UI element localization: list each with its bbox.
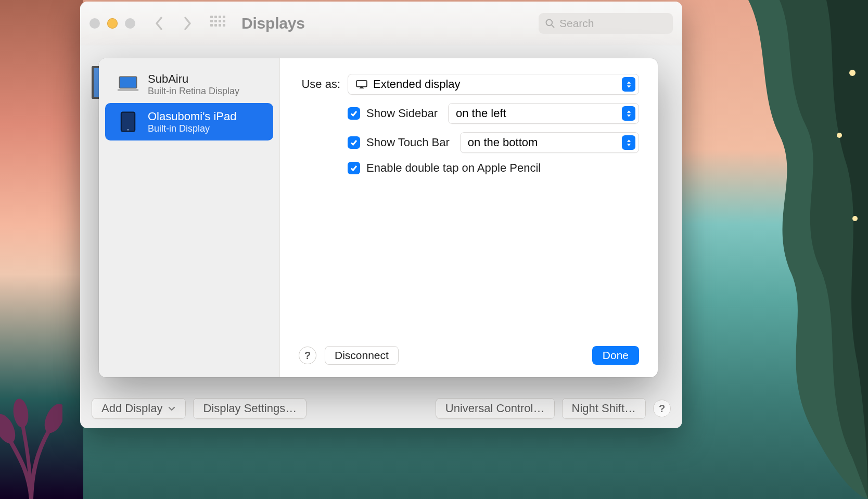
device-item-ipad[interactable]: Olasubomi's iPad Built-in Display [105, 103, 273, 140]
show-touchbar-label: Show Touch Bar [366, 136, 450, 149]
device-name: SubAiru [148, 72, 239, 86]
disconnect-button[interactable]: Disconnect [325, 346, 399, 365]
search-input[interactable] [559, 17, 667, 30]
help-button[interactable]: ? [653, 400, 671, 417]
back-button[interactable] [151, 15, 168, 32]
display-settings-sheet: SubAiru Built-in Retina Display Olasubom… [99, 58, 658, 377]
search-field[interactable] [539, 13, 673, 34]
device-item-mac[interactable]: SubAiru Built-in Retina Display [105, 66, 273, 103]
night-shift-label: Night Shift… [572, 402, 636, 415]
close-button[interactable] [90, 18, 100, 29]
add-display-label: Add Display [101, 402, 162, 415]
sheet-main-panel: Use as: Extended display Show Sidebar [280, 58, 658, 377]
sheet-help-button[interactable]: ? [299, 347, 316, 364]
svg-point-1 [837, 133, 842, 138]
svg-point-5 [11, 398, 30, 428]
forward-button[interactable] [179, 15, 196, 32]
device-name: Olasubomi's iPad [148, 110, 237, 123]
nav-arrows [151, 15, 196, 32]
use-as-label: Use as: [299, 78, 340, 91]
device-subtitle: Built-in Display [148, 123, 237, 134]
use-as-value: Extended display [373, 78, 622, 91]
window-title: Displays [241, 15, 305, 32]
bottom-toolbar: Add Display Display Settings… Universal … [80, 389, 682, 428]
select-stepper-icon [622, 77, 635, 92]
device-list: SubAiru Built-in Retina Display Olasubom… [99, 58, 280, 377]
svg-point-11 [127, 129, 129, 131]
display-settings-label: Display Settings… [203, 402, 297, 415]
svg-point-4 [41, 401, 62, 436]
select-stepper-icon [622, 106, 635, 121]
zoom-button[interactable] [125, 18, 135, 29]
universal-control-button[interactable]: Universal Control… [436, 398, 555, 419]
device-subtitle: Built-in Retina Display [148, 86, 239, 97]
window-controls [90, 18, 135, 29]
check-icon [350, 164, 358, 172]
show-all-icon[interactable] [210, 16, 226, 31]
use-as-select[interactable]: Extended display [348, 74, 639, 95]
search-icon [545, 18, 555, 29]
check-icon [350, 138, 358, 147]
show-sidebar-value: on the left [456, 107, 622, 120]
svg-rect-10 [121, 112, 135, 132]
minimize-button[interactable] [107, 18, 118, 29]
show-touchbar-select[interactable]: on the bottom [460, 132, 639, 153]
check-icon [350, 109, 358, 118]
chevron-down-icon [168, 404, 176, 413]
tablet-icon [117, 111, 139, 132]
svg-rect-8 [120, 76, 137, 88]
show-sidebar-label: Show Sidebar [366, 107, 438, 120]
svg-point-0 [849, 70, 856, 76]
add-display-button[interactable]: Add Display [92, 398, 186, 419]
display-settings-button[interactable]: Display Settings… [193, 398, 307, 419]
universal-control-label: Universal Control… [445, 402, 545, 415]
done-button[interactable]: Done [592, 346, 639, 365]
enable-double-tap-label: Enable double tap on Apple Pencil [366, 161, 541, 175]
wallpaper-plant [0, 385, 62, 499]
select-stepper-icon [622, 135, 635, 150]
svg-line-7 [552, 24, 554, 27]
show-touchbar-value: on the bottom [468, 136, 622, 149]
laptop-icon [117, 74, 139, 95]
night-shift-button[interactable]: Night Shift… [562, 398, 646, 419]
airplay-icon [355, 80, 368, 89]
show-sidebar-select[interactable]: on the left [448, 103, 639, 124]
svg-rect-9 [118, 89, 138, 91]
enable-double-tap-checkbox[interactable] [348, 162, 360, 174]
window-titlebar: Displays [80, 2, 682, 45]
wallpaper-foliage [748, 0, 868, 499]
show-touchbar-checkbox[interactable] [348, 136, 360, 149]
show-sidebar-checkbox[interactable] [348, 107, 360, 120]
svg-point-2 [852, 216, 858, 221]
